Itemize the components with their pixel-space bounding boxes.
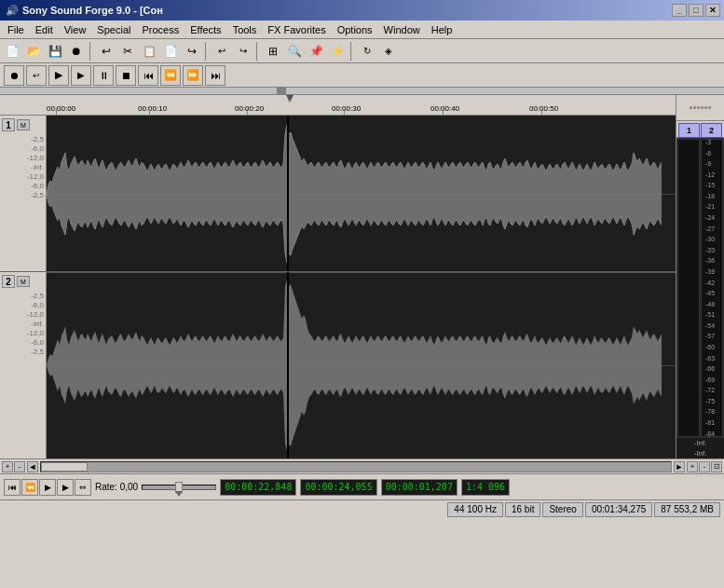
scroll-left[interactable]: ◄ [27,461,38,472]
tb-paste[interactable]: 📄 [160,41,181,62]
track2-db4: -Inf. [31,320,44,328]
track2-db2: -6,0 [31,301,44,309]
app-icon: 🔊 [6,5,19,17]
vu-dot3 [697,106,700,109]
track2-mute[interactable]: M [17,276,30,287]
menu-edit[interactable]: Edit [30,21,59,38]
transport-loop[interactable]: ↩ [26,65,47,86]
vu-db-label-21: -66 [705,365,724,372]
status-nudge[interactable]: ⇔ [75,479,91,496]
scroll-zoom-out[interactable]: - [14,461,25,472]
status-play[interactable]: ▶ [39,479,56,496]
menu-view[interactable]: View [59,21,92,38]
vu-db-label-14: -45 [705,290,724,296]
menu-options[interactable]: Options [332,21,378,38]
vu-db-labels: -3 -6 -9 -12 -15 -18 -21 -24 -27 -30 -33… [705,138,724,438]
track1-waveform[interactable]: // This will be rendered as static SVG p… [47,116,676,271]
tb-redo2[interactable]: ↪ [233,41,253,62]
scrub-bar[interactable] [0,88,724,95]
track2-db1: -2,5 [31,292,44,300]
minimize-button[interactable]: _ [672,4,687,17]
h-scroll-thumb[interactable] [41,462,88,472]
transport-play-sel[interactable]: ▶ [71,65,91,86]
app-title: Sony Sound Forge 9.0 - [Сон [22,5,163,16]
tb-save[interactable]: 💾 [45,41,65,62]
tb-copy[interactable]: 📋 [139,41,159,62]
vu-db-label-3: -12 [705,171,724,178]
status-rew[interactable]: ⏪ [21,479,38,496]
time-current-field: 00:00:22,848 [220,479,296,496]
transport-rew[interactable]: ⏪ [160,65,181,86]
track2-num-row: 2 M [2,275,44,288]
status-to-start[interactable]: ⏮ [4,479,20,496]
vu-dot4 [701,106,704,109]
vu-db-label-2: -9 [705,160,724,167]
menu-special[interactable]: Special [91,21,136,38]
tb-snap[interactable]: ⚡ [327,41,348,62]
track2-meter: -2,5 -6,0 -12,0 -Inf. -12,0 -6,0 -2,5 [2,292,44,356]
vu-db-label-17: -54 [705,322,724,329]
vu-dot6 [708,106,711,109]
vu-db-label-15: -48 [705,301,724,308]
vu-dots [690,106,711,109]
track1: 1 M -2,5 -6,0 -12,0 -Inf. -12,0 -6,0 -2,… [0,116,676,272]
transport-to-end[interactable]: ⏭ [205,65,225,86]
maximize-button[interactable]: □ [689,4,704,17]
menu-help[interactable]: Help [426,21,458,38]
vu-db-label-8: -27 [705,226,724,232]
transport-play[interactable]: ▶ [48,65,69,86]
tb-undo[interactable]: ↩ [96,41,116,62]
menu-process[interactable]: Process [136,21,184,38]
transport-to-start[interactable]: ⏮ [138,65,158,86]
tb-new[interactable]: 📄 [2,41,22,62]
tb-extra2[interactable]: ◈ [378,41,399,62]
ruler: 00:00:00 00:00:10 00:00:20 00:00:30 00:0… [0,95,676,116]
menu-fxfavorites[interactable]: FX Favorites [262,21,331,38]
h-scroll-track[interactable] [40,461,672,472]
vu-ch2-button[interactable]: 2 [701,123,722,138]
time-current: 00:00:22,848 [225,482,292,492]
scrub-thumb[interactable] [277,88,286,95]
tb-redo[interactable]: ↪ [182,41,202,62]
tb-undo2[interactable]: ↩ [212,41,232,62]
track2-waveform[interactable] [47,272,676,458]
vu-db-label-27: -84 [705,431,724,437]
ruler-tick-5: 00:00:50 [529,104,558,113]
scroll-extra[interactable]: ⊡ [711,461,722,472]
transport-pause[interactable]: ⏸ [93,65,114,86]
close-button[interactable]: ✕ [705,4,720,17]
ruler-line-1 [149,109,150,115]
tb-cut[interactable]: ✂ [117,41,138,62]
rate-slider[interactable] [142,485,216,490]
status-play-sel[interactable]: ▶ [57,479,74,496]
tb-open[interactable]: 📂 [23,41,44,62]
menu-effects[interactable]: Effects [184,21,226,38]
scroll-zoom-in2[interactable]: + [687,461,698,472]
scroll-zoom-in[interactable]: + [2,461,13,472]
transport-record[interactable]: ⏺ [4,65,24,86]
ruler-tick-0: 00:00:00 [47,104,75,113]
track1-meter: -2,5 -6,0 -12,0 -Inf. -12,0 -6,0 -2,5 [2,135,44,199]
vu-db-label-12: -39 [705,268,724,275]
tb-record[interactable]: ⏺ [66,41,87,62]
track1-db4: -Inf. [31,163,44,171]
menubar: File Edit View Special Process Effects T… [0,21,724,39]
scroll-right[interactable]: ► [674,461,685,472]
tb-selection[interactable]: ⊞ [263,41,283,62]
transport-ff[interactable]: ⏩ [183,65,203,86]
menu-tools[interactable]: Tools [227,21,263,38]
track2-db7: -2,5 [31,348,44,356]
vu-ch1-button[interactable]: 1 [678,123,700,138]
tb-extra1[interactable]: ↻ [357,41,377,62]
scroll-zoom-out2[interactable]: - [699,461,710,472]
time-end-field: 00:00:24,055 [300,479,376,496]
tb-pin[interactable]: 📌 [306,41,326,62]
track1-mute[interactable]: M [17,119,30,130]
menu-window[interactable]: Window [378,21,426,38]
vu-db-label-6: -21 [705,203,724,210]
track2-playhead [287,272,289,458]
menu-file[interactable]: File [2,21,30,38]
tb-zoom[interactable]: 🔍 [284,41,305,62]
vu-db-label-22: -69 [705,376,724,383]
transport-stop[interactable]: ⏹ [116,65,136,86]
